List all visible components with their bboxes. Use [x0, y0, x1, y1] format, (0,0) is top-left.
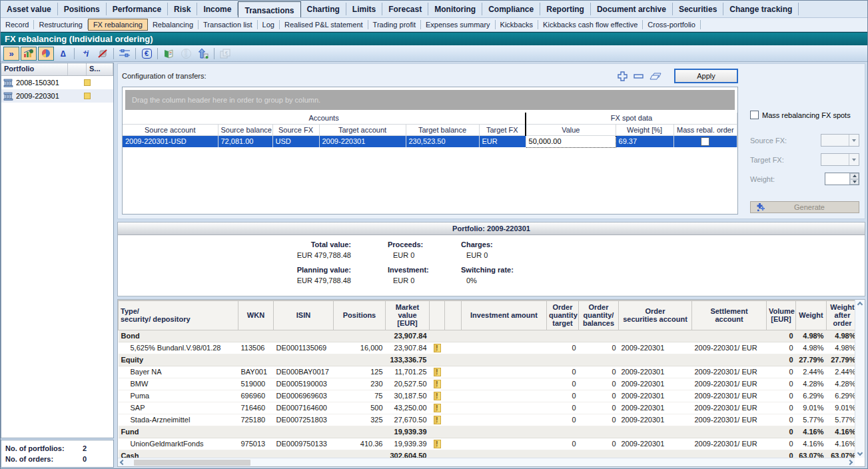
weight-cell[interactable]: 69.37 — [616, 135, 673, 147]
target-balance-cell[interactable]: 230,523.50 — [406, 135, 479, 147]
add-transfer-icon[interactable] — [618, 71, 628, 81]
group-row-fund[interactable]: Fund19,939.3904.16%4.16% — [119, 426, 855, 438]
source-fx-select[interactable] — [821, 134, 859, 147]
pos-col-market-value-eur[interactable]: Market value [EUR] — [386, 300, 430, 330]
position-row-bmw[interactable]: BMW519000DE000519000323020,527.50!002009… — [119, 378, 855, 390]
tab-reporting[interactable]: Reporting — [540, 3, 591, 15]
group-row-bond[interactable]: Bond23,907.8404.98%4.98% — [119, 330, 855, 342]
tab-charting[interactable]: Charting — [301, 3, 346, 15]
transfer-row[interactable]: 2009-220301-USD 72,081.00 USD 2009-22030… — [123, 135, 737, 147]
tab-risk[interactable]: Risk — [168, 3, 197, 15]
position-row-puma[interactable]: Puma696960DE00069696037530,187.50!002009… — [119, 390, 855, 402]
scroll-right-icon[interactable] — [847, 460, 853, 465]
scroll-up-icon[interactable] — [857, 302, 863, 307]
stepper-up-icon[interactable] — [850, 173, 859, 179]
subtab-cross-portfolio[interactable]: Cross-portfolio — [643, 20, 701, 29]
delta-icon[interactable]: ∆ — [55, 47, 71, 61]
pos-col-wkn[interactable]: WKN — [238, 300, 274, 330]
pos-col-volume-eur[interactable]: Volume [EUR] — [767, 300, 796, 330]
subtab-record[interactable]: Record — [1, 20, 34, 29]
position-row-5-625-bundanl-v-98-01-28[interactable]: 5,625% Bundanl.V.98/01.28113506DE0001135… — [119, 342, 855, 354]
col-target-balance[interactable]: Target balance — [406, 124, 479, 135]
mass-rebal-order-checkbox[interactable] — [701, 137, 709, 146]
report-icon[interactable] — [161, 47, 177, 61]
tab-change-tracking[interactable]: Change tracking — [723, 3, 799, 15]
delete-icon[interactable] — [95, 47, 111, 61]
print-icon[interactable] — [650, 72, 662, 81]
generate-button[interactable]: Generate — [750, 201, 859, 213]
position-row-uniongeldmarktfonds[interactable]: UnionGeldmarktFonds975013DE0009750133410… — [119, 438, 855, 450]
subtab-kickbacks[interactable]: Kickbacks — [496, 20, 539, 29]
subtab-restructuring[interactable]: Restructuring — [34, 20, 87, 29]
copy-euro-icon[interactable]: € — [217, 47, 233, 61]
pos-col-weight[interactable]: Weight — [796, 300, 827, 330]
stepper-down-icon[interactable] — [850, 179, 859, 185]
remove-transfer-icon[interactable] — [634, 74, 644, 79]
subtab-rebalancing[interactable]: Rebalancing — [148, 20, 199, 29]
tab-income[interactable]: Income — [197, 3, 238, 15]
subtab-fx-rebalancing[interactable]: FX rebalancing — [88, 19, 148, 31]
target-fx-cell[interactable]: EUR — [479, 135, 526, 147]
pos-col-investment-amount[interactable]: Investment amount — [462, 300, 547, 330]
sidebar-item-2009-220301[interactable]: 2009-220301 — [1, 89, 113, 103]
pie-chart-icon[interactable] — [38, 47, 54, 61]
tab-document-archive[interactable]: Document archive — [591, 3, 673, 15]
col-target-account[interactable]: Target account — [319, 124, 406, 135]
col-source-fx[interactable]: Source FX — [272, 124, 319, 135]
weight-stepper[interactable] — [825, 173, 859, 185]
subtab-kickbacks-cash-flow-effective[interactable]: Kickbacks cash flow effective — [538, 20, 643, 29]
chart-icon[interactable] — [21, 47, 37, 61]
sidebar-item-2008-150301[interactable]: 2008-150301 — [1, 76, 113, 89]
tab-monitoring[interactable]: Monitoring — [428, 3, 482, 15]
tab-transactions[interactable]: Transactions — [238, 1, 300, 17]
tab-positions[interactable]: Positions — [58, 3, 107, 15]
euro-shield-icon[interactable]: € — [139, 47, 155, 61]
col-mass-rebal-order[interactable]: Mass rebal. order — [673, 124, 737, 135]
pos-col-isin[interactable]: ISIN — [274, 300, 334, 330]
mass-rebalancing-checkbox[interactable] — [750, 111, 759, 119]
scroll-down-icon[interactable] — [857, 450, 863, 456]
scrollbar-thumb[interactable] — [134, 460, 250, 466]
position-row-bayer-na[interactable]: Bayer NABAY001DE000BAY001712511,701.25!0… — [119, 366, 855, 378]
tab-asset-value[interactable]: Asset value — [1, 3, 58, 15]
pos-col-settlement-account[interactable]: Settlement account — [692, 300, 767, 330]
tab-compliance[interactable]: Compliance — [482, 3, 540, 15]
position-row-sap[interactable]: SAP716460DE000716460050043,250.00!002009… — [119, 402, 855, 414]
value-edit-cell[interactable]: 50,000.00 — [526, 135, 616, 147]
apply-button[interactable]: Apply — [674, 69, 738, 83]
group-by-dropzone[interactable]: Drag the column header here in order to … — [125, 90, 735, 110]
tab-forecast[interactable]: Forecast — [382, 3, 428, 15]
pos-col-order-securities-account[interactable]: Order securities account — [619, 300, 692, 330]
settings-sliders-icon[interactable] — [117, 47, 133, 61]
target-fx-select[interactable] — [821, 153, 859, 166]
flag-column-header[interactable] — [68, 63, 87, 75]
col-source-balance[interactable]: Source balance — [218, 124, 272, 135]
col-value[interactable]: Value — [526, 124, 616, 135]
subtab-log[interactable]: Log — [258, 20, 280, 29]
source-fx-cell[interactable]: USD — [272, 135, 319, 147]
accounts-group-header[interactable]: Accounts — [123, 113, 526, 124]
subtab-trading-profit[interactable]: Trading profit — [368, 20, 421, 29]
horizontal-scrollbar[interactable] — [118, 458, 855, 466]
pos-col-order-quantity-target[interactable]: Order quantity target — [547, 300, 579, 330]
source-balance-cell[interactable]: 72,081.00 — [218, 135, 272, 147]
pos-col-positions[interactable]: Positions — [334, 300, 386, 330]
source-account-cell[interactable]: 2009-220301-USD — [123, 135, 218, 147]
col-target-fx[interactable]: Target FX — [479, 124, 526, 135]
tab-limits[interactable]: Limits — [346, 3, 382, 15]
tab-performance[interactable]: Performance — [107, 3, 168, 15]
pos-col-order-quantity-balances[interactable]: Order quantity/ balances — [579, 300, 619, 330]
pos-col-spacer[interactable] — [445, 300, 462, 330]
pos-col-spacer[interactable] — [430, 300, 445, 330]
group-row-cash[interactable]: Cash302,604.50063.07%63.07% — [119, 450, 855, 458]
tab-securities[interactable]: Securities — [673, 3, 723, 15]
vertical-scrollbar[interactable] — [855, 300, 865, 458]
group-row-equity[interactable]: Equity133,336.75027.79%27.79% — [119, 354, 855, 366]
import-orders-icon[interactable] — [195, 47, 211, 61]
col-weight[interactable]: Weight [%] — [616, 124, 673, 135]
pos-col-type-security-depository[interactable]: Type/ security/ depository — [119, 300, 238, 330]
fx-spot-group-header[interactable]: FX spot data — [526, 113, 737, 124]
buy-sell-icon[interactable]: BS — [178, 47, 194, 61]
subtab-expenses-summary[interactable]: Expenses summary — [421, 20, 496, 29]
col-source-account[interactable]: Source account — [123, 124, 218, 135]
